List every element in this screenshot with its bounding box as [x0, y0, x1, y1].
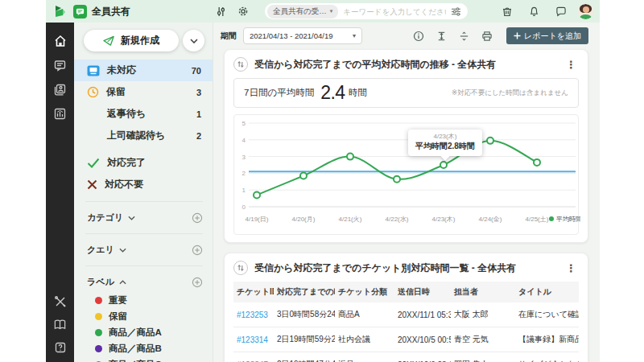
y-tick-label: 4 [242, 137, 246, 144]
workspace-switcher[interactable]: 全員共有 [73, 5, 130, 19]
tools-icon[interactable] [54, 295, 67, 308]
x-tick-label: 4/19(日) [246, 216, 269, 223]
card-menu-icon[interactable]: ⋮ [564, 262, 579, 274]
data-point-4[interactable] [440, 162, 447, 168]
ticket-row-2[interactable]: #1233472日19時間47分44秒返品20XX/10/6 23:18:33岡… [233, 352, 579, 362]
sidebar-label-3[interactable]: 商品／商品B [74, 340, 213, 356]
search-input[interactable] [343, 7, 446, 16]
average-time-chart-card: 受信から対応完了までの平均対応時間の推移 - 全体共有 ⋮ 7日間の平均時間 2… [224, 49, 588, 243]
label-text: 商品／商品C [109, 359, 162, 362]
label-text: 保留 [109, 311, 127, 323]
summary-prefix: 7日間の平均時間 [244, 87, 314, 99]
sidebar-status-0[interactable]: 未対応70 [74, 60, 213, 81]
workspace-name: 全員共有 [92, 5, 130, 19]
print-icon[interactable] [481, 31, 493, 42]
divider [85, 201, 203, 202]
x-tick-label: 4/24(金) [479, 216, 502, 223]
paper-plane-icon [103, 35, 115, 47]
sidebar-section-query[interactable]: クエリ [74, 240, 213, 260]
reorder-card-icon[interactable] [233, 57, 248, 72]
sidebar-status-1[interactable]: 保留3 [74, 81, 213, 103]
search-scope-dropdown[interactable]: 全員共有の受… ▾ [267, 5, 338, 19]
user-avatar[interactable] [578, 4, 593, 19]
info-icon[interactable] [413, 31, 424, 42]
home-icon[interactable] [53, 34, 68, 48]
add-category-icon[interactable] [192, 212, 203, 224]
new-ticket-dropdown-button[interactable] [183, 30, 204, 51]
sidebar-label-2[interactable]: 商品／商品A [74, 324, 213, 340]
section-label: ラベル [87, 276, 114, 288]
tickets-icon[interactable] [53, 59, 67, 72]
x-tick-label: 4/22(水) [386, 216, 409, 223]
chat-icon[interactable] [555, 6, 567, 17]
sidebar-label-0[interactable]: 重要 [74, 292, 213, 308]
ticket-row-0[interactable]: #1232533日0時間58分24秒商品A20XX/11/1 05:32:34大… [233, 302, 579, 327]
y-tick-label: 3 [242, 154, 246, 161]
column-header: タイトル [515, 282, 579, 302]
data-point-3[interactable] [394, 176, 400, 183]
sidebar-section-label[interactable]: ラベル [74, 272, 213, 292]
sidebar-status-5[interactable]: 対応不要 [74, 174, 213, 195]
app-window: 全員共有 全員共有の受… ▾ [46, 0, 600, 362]
chevron-up-icon [119, 280, 126, 285]
data-point-0[interactable] [254, 191, 260, 198]
ticket-cell: サイズが合わなかった為… [515, 352, 579, 362]
ticket-cell: 2日19時間47分44秒 [274, 352, 335, 362]
divider [85, 265, 203, 266]
ticket-row-1[interactable]: #1233142日19時間59分27秒社内会議20XX/10/5 00:51:1… [233, 327, 579, 352]
new-ticket-label: 新規作成 [121, 34, 159, 47]
label-text: 商品／商品A [109, 327, 162, 339]
data-point-5[interactable] [487, 138, 493, 144]
add-report-button[interactable]: レポートを追加 [506, 27, 588, 44]
ticket-cell: 20XX/11/1 05:32:34 [394, 302, 451, 327]
manual-book-icon[interactable] [53, 319, 67, 331]
ticket-id-link[interactable]: #123314 [233, 327, 274, 352]
date-range-select[interactable]: 2021/04/13 - 2021/04/19 ▾ [243, 27, 362, 44]
y-tick-label: 0 [242, 204, 246, 211]
sidebar-section-category[interactable]: カテゴリ [74, 208, 213, 228]
sliders-icon[interactable] [216, 6, 226, 17]
collapse-rows-icon[interactable] [459, 31, 469, 42]
trash-icon[interactable] [502, 6, 513, 17]
search-filter-icon[interactable] [451, 7, 461, 16]
period-label: 期間 [221, 31, 237, 42]
section-label: クエリ [87, 244, 114, 256]
fit-height-icon[interactable] [436, 31, 447, 42]
reorder-card-icon[interactable] [233, 261, 248, 275]
data-point-6[interactable] [534, 159, 540, 166]
sidebar-status-2[interactable]: 返事待ち1 [74, 103, 213, 125]
sidebar-label-4[interactable]: 商品／商品C [74, 356, 213, 362]
app-logo-icon [52, 4, 67, 19]
new-ticket-button[interactable]: 新規作成 [84, 30, 179, 51]
ticket-cell: 20XX/10/6 23:18:33 [394, 352, 451, 362]
ticket-cell: 在庫について確認させて… [515, 302, 579, 327]
column-header: 対応完了までの時間 [274, 282, 335, 302]
y-tick-label: 2 [242, 170, 246, 177]
workspace-icon [73, 5, 87, 19]
ticket-id-link[interactable]: #123347 [233, 352, 274, 362]
add-label-icon[interactable] [192, 277, 203, 288]
sidebar-status-4[interactable]: 対応完了 [74, 152, 213, 174]
sidebar: 新規作成 未対応70保留3返事待ち1上司確認待ち2対応完了対応不要 カテゴリ ク… [74, 23, 213, 362]
ticket-cell: 大阪 太郎 [451, 302, 515, 327]
label-text: 重要 [109, 294, 127, 306]
sidebar-status-3[interactable]: 上司確認待ち2 [74, 125, 213, 146]
data-point-1[interactable] [300, 173, 307, 179]
data-point-2[interactable] [347, 154, 353, 160]
gear-icon[interactable] [237, 6, 249, 17]
status-label: 上司確認待ち [107, 129, 189, 142]
add-query-icon[interactable] [192, 245, 203, 256]
card-menu-icon[interactable]: ⋮ [564, 59, 579, 71]
section-label: カテゴリ [87, 212, 123, 224]
summary-note: ※対応不要にした時間は含まれません [452, 88, 568, 98]
help-icon[interactable] [54, 341, 67, 354]
chevron-down-icon: ▾ [353, 32, 356, 39]
status-label: 対応不要 [105, 178, 194, 191]
series-line [257, 141, 537, 195]
bell-icon[interactable] [529, 6, 539, 17]
add-report-label: レポートを追加 [524, 31, 581, 42]
address-book-icon[interactable] [53, 83, 67, 97]
sidebar-label-1[interactable]: 保留 [74, 308, 213, 324]
analytics-icon[interactable] [53, 107, 67, 121]
ticket-id-link[interactable]: #123253 [233, 302, 274, 327]
